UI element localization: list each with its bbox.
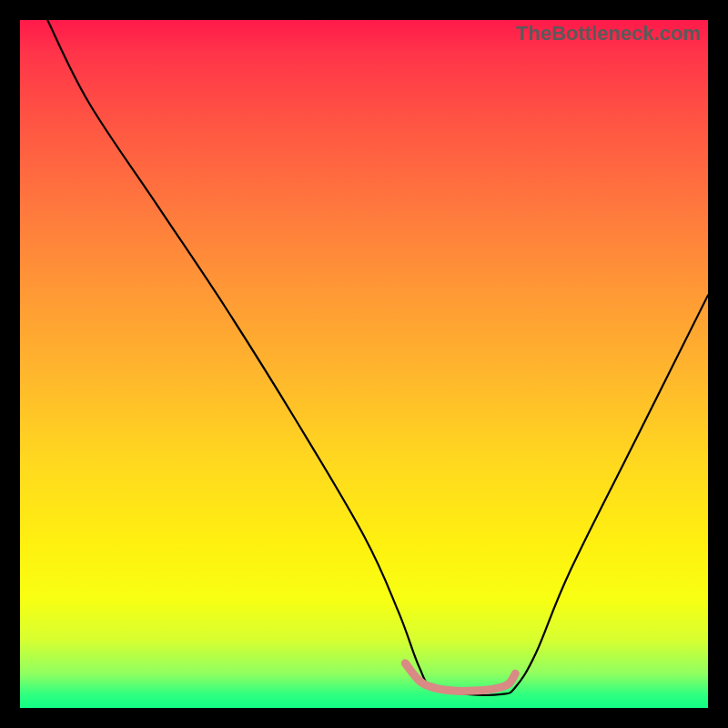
plot-area: TheBottleneck.com: [20, 20, 708, 708]
bottom-highlight-path: [405, 663, 515, 692]
bottleneck-curve-path: [47, 20, 708, 695]
chart-container: TheBottleneck.com: [0, 0, 728, 728]
watermark-text: TheBottleneck.com: [516, 22, 701, 46]
curve-svg: [20, 20, 708, 708]
